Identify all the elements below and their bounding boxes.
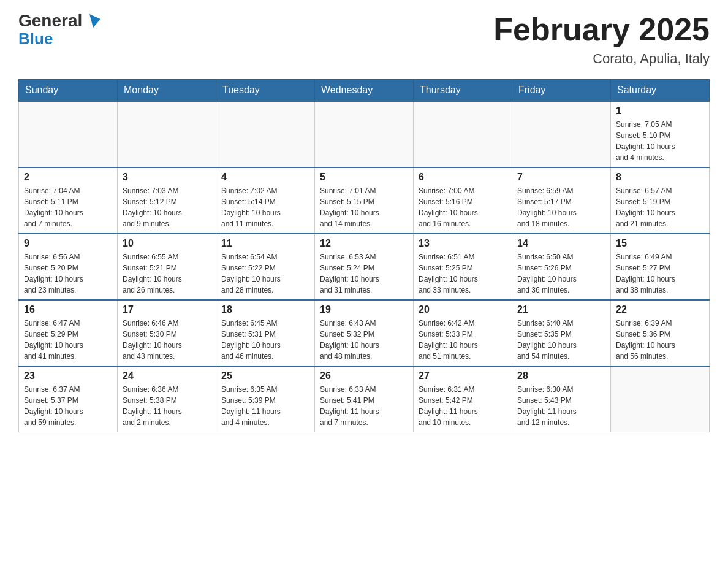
day-number: 15 [616, 238, 704, 249]
weekday-header-saturday: Saturday [611, 80, 710, 102]
day-info: Sunrise: 6:55 AM Sunset: 5:21 PM Dayligh… [123, 251, 211, 296]
weekday-header-tuesday: Tuesday [216, 80, 315, 102]
day-info: Sunrise: 7:05 AM Sunset: 5:10 PM Dayligh… [616, 119, 704, 163]
calendar-table: SundayMondayTuesdayWednesdayThursdayFrid… [18, 79, 710, 432]
day-number: 23 [24, 370, 112, 381]
calendar-cell [216, 101, 315, 167]
day-number: 17 [123, 304, 211, 315]
calendar-cell: 2Sunrise: 7:04 AM Sunset: 5:11 PM Daylig… [19, 167, 118, 234]
day-info: Sunrise: 6:30 AM Sunset: 5:43 PM Dayligh… [517, 384, 605, 428]
calendar-cell [315, 101, 414, 167]
day-number: 22 [616, 304, 704, 315]
calendar-cell: 28Sunrise: 6:30 AM Sunset: 5:43 PM Dayli… [512, 366, 611, 432]
day-number: 1 [616, 105, 704, 117]
day-info: Sunrise: 7:01 AM Sunset: 5:15 PM Dayligh… [320, 185, 408, 229]
day-number: 8 [616, 172, 704, 183]
day-info: Sunrise: 6:39 AM Sunset: 5:36 PM Dayligh… [616, 318, 704, 362]
day-number: 7 [517, 172, 605, 183]
day-number: 2 [24, 172, 112, 183]
day-info: Sunrise: 6:54 AM Sunset: 5:22 PM Dayligh… [221, 251, 309, 296]
day-info: Sunrise: 7:03 AM Sunset: 5:12 PM Dayligh… [123, 185, 211, 229]
calendar-cell: 7Sunrise: 6:59 AM Sunset: 5:17 PM Daylig… [512, 167, 611, 234]
day-info: Sunrise: 7:04 AM Sunset: 5:11 PM Dayligh… [24, 185, 112, 229]
weekday-header-wednesday: Wednesday [315, 80, 414, 102]
calendar-cell [414, 101, 512, 167]
weekday-header-sunday: Sunday [19, 80, 118, 102]
calendar-cell: 11Sunrise: 6:54 AM Sunset: 5:22 PM Dayli… [216, 234, 315, 300]
day-number: 6 [419, 172, 507, 183]
calendar-cell: 23Sunrise: 6:37 AM Sunset: 5:37 PM Dayli… [19, 366, 118, 432]
week-row-3: 9Sunrise: 6:56 AM Sunset: 5:20 PM Daylig… [19, 234, 710, 300]
day-number: 28 [517, 370, 605, 381]
weekday-header-row: SundayMondayTuesdayWednesdayThursdayFrid… [19, 80, 710, 102]
page-header: General Blue February 2025 Corato, Apuli… [18, 12, 710, 67]
day-info: Sunrise: 6:57 AM Sunset: 5:19 PM Dayligh… [616, 185, 704, 229]
day-number: 19 [320, 304, 408, 315]
calendar-cell: 4Sunrise: 7:02 AM Sunset: 5:14 PM Daylig… [216, 167, 315, 234]
day-info: Sunrise: 6:31 AM Sunset: 5:42 PM Dayligh… [419, 384, 507, 428]
calendar-cell: 18Sunrise: 6:45 AM Sunset: 5:31 PM Dayli… [216, 300, 315, 366]
svg-marker-0 [89, 14, 100, 28]
day-number: 27 [419, 370, 507, 381]
calendar-cell: 26Sunrise: 6:33 AM Sunset: 5:41 PM Dayli… [315, 366, 414, 432]
day-number: 25 [221, 370, 309, 381]
calendar-cell: 3Sunrise: 7:03 AM Sunset: 5:12 PM Daylig… [118, 167, 216, 234]
day-number: 5 [320, 172, 408, 183]
calendar-cell: 17Sunrise: 6:46 AM Sunset: 5:30 PM Dayli… [118, 300, 216, 366]
day-info: Sunrise: 6:40 AM Sunset: 5:35 PM Dayligh… [517, 318, 605, 362]
calendar-cell: 12Sunrise: 6:53 AM Sunset: 5:24 PM Dayli… [315, 234, 414, 300]
calendar-cell: 5Sunrise: 7:01 AM Sunset: 5:15 PM Daylig… [315, 167, 414, 234]
calendar-cell: 24Sunrise: 6:36 AM Sunset: 5:38 PM Dayli… [118, 366, 216, 432]
day-info: Sunrise: 6:47 AM Sunset: 5:29 PM Dayligh… [24, 318, 112, 362]
calendar-cell: 1Sunrise: 7:05 AM Sunset: 5:10 PM Daylig… [611, 101, 710, 167]
day-info: Sunrise: 6:36 AM Sunset: 5:38 PM Dayligh… [123, 384, 211, 428]
day-info: Sunrise: 6:37 AM Sunset: 5:37 PM Dayligh… [24, 384, 112, 428]
day-number: 4 [221, 172, 309, 183]
day-info: Sunrise: 6:51 AM Sunset: 5:25 PM Dayligh… [419, 251, 507, 296]
logo-blue-text: Blue [18, 31, 53, 47]
day-info: Sunrise: 6:42 AM Sunset: 5:33 PM Dayligh… [419, 318, 507, 362]
weekday-header-monday: Monday [118, 80, 216, 102]
calendar-cell: 15Sunrise: 6:49 AM Sunset: 5:27 PM Dayli… [611, 234, 710, 300]
logo: General Blue [18, 12, 89, 47]
calendar-cell: 25Sunrise: 6:35 AM Sunset: 5:39 PM Dayli… [216, 366, 315, 432]
day-number: 21 [517, 304, 605, 315]
day-number: 20 [419, 304, 507, 315]
calendar-subtitle: Corato, Apulia, Italy [493, 51, 710, 67]
day-info: Sunrise: 6:33 AM Sunset: 5:41 PM Dayligh… [320, 384, 408, 428]
calendar-cell: 8Sunrise: 6:57 AM Sunset: 5:19 PM Daylig… [611, 167, 710, 234]
day-number: 12 [320, 238, 408, 249]
day-info: Sunrise: 7:00 AM Sunset: 5:16 PM Dayligh… [419, 185, 507, 229]
day-number: 16 [24, 304, 112, 315]
day-info: Sunrise: 6:46 AM Sunset: 5:30 PM Dayligh… [123, 318, 211, 362]
weekday-header-thursday: Thursday [414, 80, 512, 102]
day-number: 10 [123, 238, 211, 249]
day-info: Sunrise: 6:56 AM Sunset: 5:20 PM Dayligh… [24, 251, 112, 296]
day-info: Sunrise: 6:50 AM Sunset: 5:26 PM Dayligh… [517, 251, 605, 296]
week-row-1: 1Sunrise: 7:05 AM Sunset: 5:10 PM Daylig… [19, 101, 710, 167]
calendar-cell: 10Sunrise: 6:55 AM Sunset: 5:21 PM Dayli… [118, 234, 216, 300]
day-info: Sunrise: 7:02 AM Sunset: 5:14 PM Dayligh… [221, 185, 309, 229]
calendar-cell: 16Sunrise: 6:47 AM Sunset: 5:29 PM Dayli… [19, 300, 118, 366]
day-info: Sunrise: 6:53 AM Sunset: 5:24 PM Dayligh… [320, 251, 408, 296]
calendar-cell [611, 366, 710, 432]
week-row-2: 2Sunrise: 7:04 AM Sunset: 5:11 PM Daylig… [19, 167, 710, 234]
day-number: 11 [221, 238, 309, 249]
day-number: 18 [221, 304, 309, 315]
calendar-cell: 27Sunrise: 6:31 AM Sunset: 5:42 PM Dayli… [414, 366, 512, 432]
day-number: 3 [123, 172, 211, 183]
day-number: 26 [320, 370, 408, 381]
day-number: 14 [517, 238, 605, 249]
calendar-cell: 13Sunrise: 6:51 AM Sunset: 5:25 PM Dayli… [414, 234, 512, 300]
calendar-cell: 19Sunrise: 6:43 AM Sunset: 5:32 PM Dayli… [315, 300, 414, 366]
title-area: February 2025 Corato, Apulia, Italy [493, 12, 710, 67]
day-info: Sunrise: 6:35 AM Sunset: 5:39 PM Dayligh… [221, 384, 309, 428]
calendar-cell [512, 101, 611, 167]
calendar-cell [118, 101, 216, 167]
calendar-cell: 6Sunrise: 7:00 AM Sunset: 5:16 PM Daylig… [414, 167, 512, 234]
calendar-cell: 9Sunrise: 6:56 AM Sunset: 5:20 PM Daylig… [19, 234, 118, 300]
calendar-cell: 20Sunrise: 6:42 AM Sunset: 5:33 PM Dayli… [414, 300, 512, 366]
week-row-5: 23Sunrise: 6:37 AM Sunset: 5:37 PM Dayli… [19, 366, 710, 432]
calendar-cell: 21Sunrise: 6:40 AM Sunset: 5:35 PM Dayli… [512, 300, 611, 366]
week-row-4: 16Sunrise: 6:47 AM Sunset: 5:29 PM Dayli… [19, 300, 710, 366]
